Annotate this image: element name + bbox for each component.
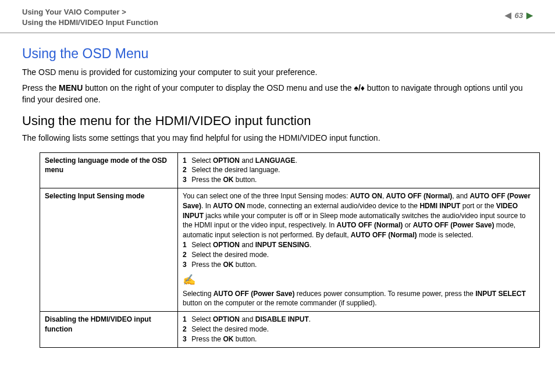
step-number: 3: [183, 334, 190, 344]
intro-paragraph-3: The following lists some settings that y…: [22, 132, 533, 144]
step-number: 2: [183, 325, 190, 334]
text-bold: LANGUAGE: [255, 156, 296, 165]
text-bold: INPUT SENSING: [255, 241, 309, 249]
text: .: [309, 241, 311, 249]
text: reduces power consumption. To resume pow…: [295, 290, 476, 298]
text: Select: [191, 241, 213, 249]
step-number: 3: [183, 260, 190, 270]
intro-paragraph-1: The OSD menu is provided for customizing…: [22, 66, 533, 78]
text: Select the desired language.: [191, 166, 280, 174]
text-bold: OPTION: [213, 241, 240, 249]
step-number: 2: [183, 165, 190, 175]
row-content-language: 1 Select OPTION and LANGUAGE. 2 Select t…: [178, 152, 540, 188]
page-number: 63: [515, 11, 523, 20]
table-row: Selecting Input Sensing mode You can sel…: [40, 188, 540, 311]
page-content: Using the OSD Menu The OSD menu is provi…: [0, 33, 555, 347]
text-bold: AUTO ON: [213, 202, 245, 210]
text: Select the desired mode.: [191, 251, 269, 259]
step-number: 1: [183, 315, 190, 325]
text: button on the computer or the remote com…: [183, 299, 377, 307]
page-header: Using Your VAIO Computer > Using the HDM…: [0, 0, 555, 33]
step-number: 1: [183, 240, 190, 250]
row-label-input-sensing: Selecting Input Sensing mode: [40, 188, 178, 311]
text: Select: [191, 156, 213, 165]
text: You can select one of the three Input Se…: [183, 192, 350, 200]
text: button.: [233, 261, 257, 269]
text: , and: [452, 192, 469, 200]
breadcrumb-line-1: Using Your VAIO Computer >: [22, 7, 158, 17]
row-content-disable: 1 Select OPTION and DISABLE INPUT. 2 Sel…: [178, 312, 540, 347]
text-bold: OPTION: [213, 156, 240, 165]
table-row: Selecting language mode of the OSD menu …: [40, 152, 540, 188]
step-number: 1: [183, 156, 190, 166]
text: Press the: [191, 335, 223, 343]
text-bold: AUTO OFF (Power Save): [413, 221, 494, 229]
page-nav: ◀ 63 ▶: [505, 7, 533, 20]
text: Select the desired mode.: [191, 325, 269, 333]
text: . In: [201, 202, 213, 210]
next-page-icon[interactable]: ▶: [526, 10, 533, 20]
text: Selecting: [183, 290, 214, 298]
text: Select: [191, 315, 213, 323]
step-number: 2: [183, 250, 190, 260]
text-bold: OPTION: [213, 315, 240, 323]
settings-table: Selecting language mode of the OSD menu …: [40, 152, 540, 348]
note-icon: ✍: [183, 273, 535, 287]
text: or: [403, 221, 412, 229]
text: button on the right of your computer to …: [83, 83, 354, 92]
row-label-language: Selecting language mode of the OSD menu: [40, 152, 178, 188]
step-number: 3: [183, 175, 190, 185]
text-bold: AUTO OFF (Power Save): [214, 290, 295, 298]
text: Press the: [191, 176, 223, 184]
note-text: Selecting AUTO OFF (Power Save) reduces …: [183, 290, 526, 308]
text: Press the: [22, 83, 59, 92]
section-title-osd: Using the OSD Menu: [22, 46, 533, 62]
up-down-arrow-icon: ♠/♦: [354, 83, 364, 92]
text-bold: AUTO OFF (Normal): [386, 192, 453, 200]
text-bold: HDMI INPUT: [419, 202, 460, 210]
text: and: [240, 241, 255, 249]
text: ,: [382, 192, 386, 200]
table-row: Disabling the HDMI/VIDEO input function …: [40, 312, 540, 347]
section-title-hdmi-menu: Using the menu for the HDMI/VIDEO input …: [22, 113, 533, 129]
row-content-input-sensing: You can select one of the three Input Se…: [178, 188, 540, 311]
text: and: [240, 315, 255, 323]
text: Press the: [191, 261, 223, 269]
text: port or the: [460, 202, 496, 210]
text: mode is selected.: [417, 231, 474, 239]
breadcrumb-line-2: Using the HDMI/VIDEO Input Function: [22, 17, 158, 28]
text-bold: INPUT SELECT: [475, 290, 526, 298]
text-bold: DISABLE INPUT: [255, 315, 309, 323]
prev-page-icon[interactable]: ◀: [505, 10, 511, 20]
text: button.: [233, 176, 257, 184]
text: and: [240, 156, 255, 165]
text-bold: AUTO ON: [350, 192, 382, 200]
text-bold: OK: [223, 261, 233, 269]
breadcrumb: Using Your VAIO Computer > Using the HDM…: [22, 7, 158, 28]
text: button.: [233, 335, 257, 343]
text-bold: OK: [223, 335, 233, 343]
text-bold: AUTO OFF (Normal): [337, 221, 403, 229]
intro-paragraph-2: Press the MENU button on the right of yo…: [22, 82, 533, 106]
text-bold: AUTO OFF (Normal): [351, 231, 417, 239]
row-label-disable: Disabling the HDMI/VIDEO input function: [40, 312, 178, 347]
text: .: [295, 156, 297, 165]
menu-button-label: MENU: [59, 83, 83, 92]
text: .: [309, 315, 311, 323]
text: mode, connecting an external audio/video…: [245, 202, 419, 210]
text-bold: OK: [223, 176, 233, 184]
